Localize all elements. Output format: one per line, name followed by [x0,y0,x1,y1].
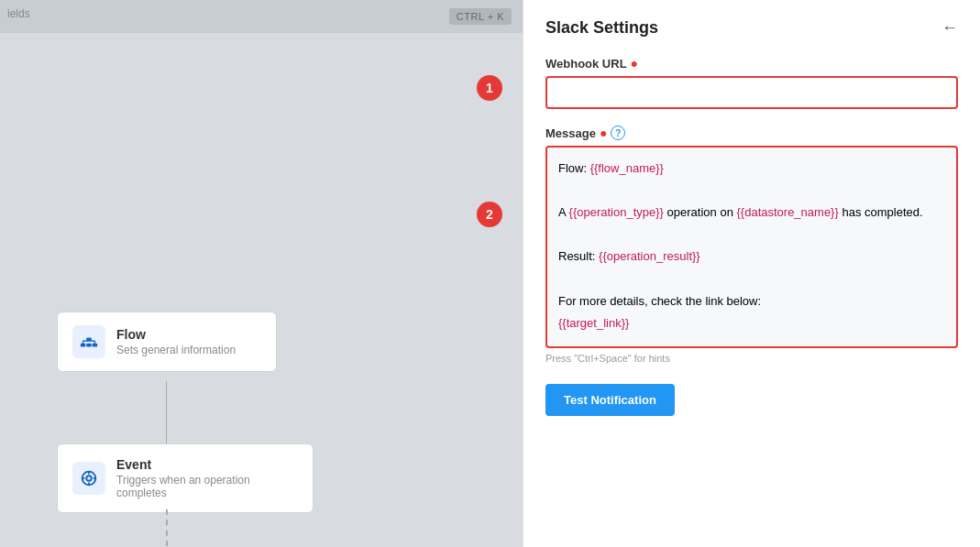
webhook-url-label: Webhook URL ● [545,56,958,71]
message-line-5: {{target_link}} [558,313,945,334]
event-node-subtitle: Triggers when an operation completes [116,474,298,499]
required-dot-message: ● [600,126,607,140]
settings-panel: Slack Settings ← Webhook URL ● Message ●… [523,0,980,547]
flow-node-subtitle: Sets general information [116,344,236,356]
svg-rect-0 [81,344,86,347]
webhook-url-input[interactable] [545,76,958,109]
help-icon[interactable]: ? [611,126,625,140]
message-textarea[interactable]: Flow: {{flow_name}} A {{operation_type}}… [545,146,958,348]
panel-title: Slack Settings [545,18,658,38]
canvas-panel: ields CTRL + K Flow Sets general informa… [0,0,523,547]
keyboard-shortcut: CTRL + K [449,8,512,25]
message-line-2: A {{operation_type}} operation on {{data… [558,202,945,223]
flow-node-icon [72,325,105,358]
message-line-blank1 [558,181,945,201]
dashed-connector [166,509,168,546]
event-node-content: Event Triggers when an operation complet… [116,457,298,499]
event-node-icon [72,462,105,495]
partial-label: ields [7,7,30,20]
top-bar: ields CTRL + K [0,0,523,33]
event-node[interactable]: Event Triggers when an operation complet… [57,443,314,513]
svg-point-10 [86,476,92,481]
svg-rect-1 [86,344,92,347]
message-line-blank3 [558,268,945,289]
message-line-4: For more details, check the link below: [558,291,945,312]
svg-rect-2 [93,344,98,347]
flow-node[interactable]: Flow Sets general information [57,312,277,372]
webhook-url-group: Webhook URL ● [545,56,958,109]
event-node-title: Event [116,457,298,472]
test-notification-button[interactable]: Test Notification [545,384,675,416]
step-badge-2: 2 [477,202,502,227]
message-label: Message ● ? [545,126,958,140]
message-line-3: Result: {{operation_result}} [558,246,945,267]
flow-node-title: Flow [116,327,236,342]
back-button[interactable]: ← [941,18,958,38]
connector-line [166,381,167,443]
message-line-1: Flow: {{flow_name}} [558,159,945,179]
step-badge-1: 1 [477,75,502,101]
hint-text: Press "Ctrl+Space" for hints [545,353,958,364]
required-dot-webhook: ● [631,56,638,71]
message-line-blank2 [558,224,945,245]
panel-header: Slack Settings ← [545,18,958,38]
message-group: Message ● ? Flow: {{flow_name}} A {{oper… [545,126,958,364]
flow-node-content: Flow Sets general information [116,327,236,356]
